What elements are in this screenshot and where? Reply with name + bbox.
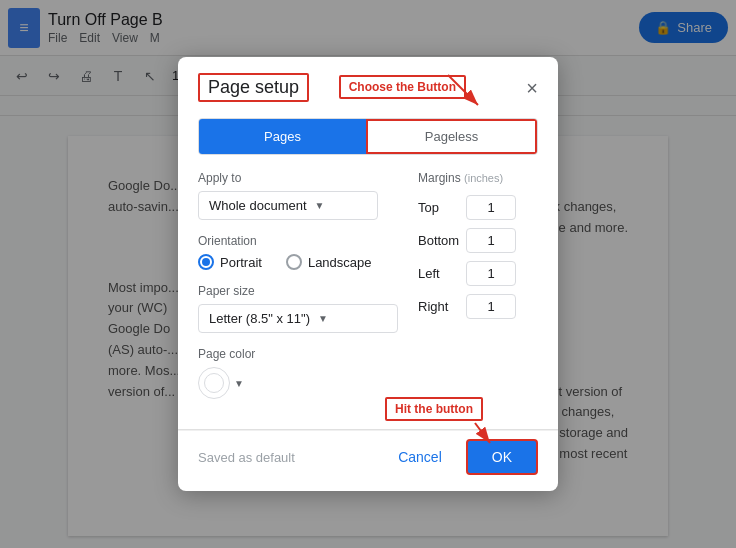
paper-size-value: Letter (8.5" x 11") xyxy=(209,311,310,326)
margins-unit: (inches) xyxy=(464,172,503,184)
dialog-footer: Saved as default Hit the button Cancel O… xyxy=(178,430,558,491)
margin-bottom-label: Bottom xyxy=(418,233,458,248)
page-setup-dialog: Choose the Button Page setup × Pages Pag… xyxy=(178,57,558,491)
svg-line-3 xyxy=(475,423,490,443)
apply-to-arrow-icon: ▼ xyxy=(315,200,325,211)
paper-size-label: Paper size xyxy=(198,284,398,298)
margin-right-label: Right xyxy=(418,299,458,314)
dialog-col-right: Margins (inches) Top Bottom Left Right xyxy=(418,171,538,413)
dialog-two-col: Apply to Whole document ▼ Orientation Po… xyxy=(198,171,538,413)
orientation-label: Orientation xyxy=(198,234,398,248)
saved-as-default: Saved as default xyxy=(198,450,295,465)
margin-top-label: Top xyxy=(418,200,458,215)
tab-pages[interactable]: Pages xyxy=(199,119,366,154)
page-color-section: Page color ▼ xyxy=(198,347,398,399)
portrait-radio[interactable] xyxy=(198,254,214,270)
tab-pageless[interactable]: Pageless xyxy=(366,119,537,154)
margin-left-label: Left xyxy=(418,266,458,281)
apply-to-dropdown[interactable]: Whole document ▼ xyxy=(198,191,378,220)
color-arrow-icon: ▼ xyxy=(234,378,244,389)
margin-top-input[interactable] xyxy=(466,195,516,220)
dialog-title: Page setup xyxy=(198,73,309,102)
color-indicator xyxy=(204,373,224,393)
margin-right-input[interactable] xyxy=(466,294,516,319)
hit-button-annotation: Hit the button xyxy=(385,397,483,421)
landscape-label: Landscape xyxy=(308,255,372,270)
color-dropdown-wrapper: ▼ xyxy=(198,367,398,399)
paper-size-section: Paper size Letter (8.5" x 11") ▼ xyxy=(198,284,398,333)
margin-top-row: Top xyxy=(418,195,538,220)
portrait-label: Portrait xyxy=(220,255,262,270)
landscape-option[interactable]: Landscape xyxy=(286,254,372,270)
dialog-col-left: Apply to Whole document ▼ Orientation Po… xyxy=(198,171,398,413)
paper-size-arrow-icon: ▼ xyxy=(318,313,328,324)
landscape-radio[interactable] xyxy=(286,254,302,270)
footer-buttons: Hit the button Cancel OK xyxy=(382,439,538,475)
margin-bottom-input[interactable] xyxy=(466,228,516,253)
dialog-tabs: Pages Pageless xyxy=(198,118,538,155)
paper-size-dropdown[interactable]: Letter (8.5" x 11") ▼ xyxy=(198,304,398,333)
choose-button-annotation: Choose the Button xyxy=(339,75,466,99)
orientation-row: Portrait Landscape xyxy=(198,254,398,270)
margins-label: Margins (inches) xyxy=(418,171,538,185)
apply-to-value: Whole document xyxy=(209,198,307,213)
margins-title: Margins xyxy=(418,171,461,185)
hit-arrow xyxy=(470,421,500,451)
margin-left-row: Left xyxy=(418,261,538,286)
color-picker-button[interactable] xyxy=(198,367,230,399)
cancel-button[interactable]: Cancel xyxy=(382,441,458,473)
close-dialog-button[interactable]: × xyxy=(526,78,538,98)
margin-left-input[interactable] xyxy=(466,261,516,286)
portrait-option[interactable]: Portrait xyxy=(198,254,262,270)
apply-to-section: Apply to Whole document ▼ xyxy=(198,171,398,220)
margin-bottom-row: Bottom xyxy=(418,228,538,253)
dialog-body: Apply to Whole document ▼ Orientation Po… xyxy=(178,155,558,429)
margin-right-row: Right xyxy=(418,294,538,319)
page-color-label: Page color xyxy=(198,347,398,361)
orientation-section: Orientation Portrait Landscape xyxy=(198,234,398,270)
apply-to-label: Apply to xyxy=(198,171,398,185)
